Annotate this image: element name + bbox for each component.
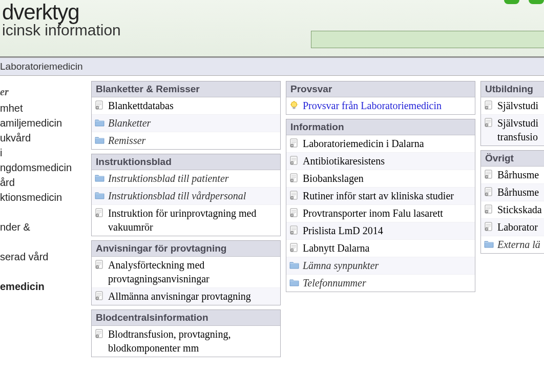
list-item-label: Instruktionsblad till patienter bbox=[108, 172, 229, 185]
list-item-label: Externa lä bbox=[497, 238, 540, 252]
list-item-label: Allmänna anvisningar provtagning bbox=[108, 290, 251, 303]
sidebar-item bbox=[0, 235, 90, 250]
breadcrumb: Laboratoriemedicin bbox=[0, 57, 544, 76]
panel-header: Övrigt bbox=[481, 151, 544, 167]
list-item[interactable]: Laboratoriemedicin i Dalarna bbox=[286, 135, 475, 153]
panel-body: Blodtransfusion, provtagning, blodkompon… bbox=[92, 326, 280, 357]
panel-body: BårhusmeBårhusmeStickskadaLaboratorExter… bbox=[481, 167, 544, 253]
doc-icon bbox=[95, 100, 105, 110]
sidebar-item[interactable]: nder & bbox=[0, 220, 90, 235]
list-item-label: Prislista LmD 2014 bbox=[303, 224, 383, 238]
list-item-label: Telefonnummer bbox=[303, 276, 366, 290]
main-columns: Blanketter & RemisserBlankettdatabasBlan… bbox=[91, 81, 544, 361]
doc-icon bbox=[289, 138, 300, 148]
doc-icon bbox=[289, 208, 300, 217]
search-input[interactable] bbox=[311, 31, 544, 48]
panel-body: SjälvstudiSjälvstudi transfusio bbox=[481, 97, 544, 146]
list-item-label: Biobankslagen bbox=[303, 172, 364, 185]
list-item[interactable]: Stickskada bbox=[481, 201, 544, 219]
panel: BlodcentralsinformationBlodtransfusion, … bbox=[91, 310, 281, 357]
panel-header: Instruktionsblad bbox=[92, 154, 280, 170]
list-item[interactable]: Antibiotikaresistens bbox=[286, 153, 475, 170]
panel-header: Blodcentralsinformation bbox=[92, 310, 280, 326]
list-item-label: Lämna synpunkter bbox=[303, 259, 379, 273]
doc-icon bbox=[95, 291, 105, 300]
panel: ProvsvarProvsvar från Laboratoriemedicin bbox=[286, 81, 475, 115]
panel: Anvisningar för provtagningAnalysförteck… bbox=[91, 240, 281, 305]
bulb-icon bbox=[289, 100, 300, 110]
panel-header: Information bbox=[286, 119, 475, 135]
list-item[interactable]: Lämna synpunkter bbox=[286, 257, 475, 275]
list-item[interactable]: Remisser bbox=[92, 132, 280, 149]
list-item[interactable]: Bårhusme bbox=[481, 184, 544, 201]
sidebar-item[interactable]: i bbox=[0, 146, 90, 160]
panel: UtbildningSjälvstudiSjälvstudi transfusi… bbox=[480, 81, 544, 146]
column-3: UtbildningSjälvstudiSjälvstudi transfusi… bbox=[480, 81, 544, 361]
list-item[interactable]: Provtransporter inom Falu lasarett bbox=[286, 205, 475, 222]
sidebar-item[interactable]: serad vård bbox=[0, 250, 90, 264]
sidebar-item[interactable]: amiljemedicin bbox=[0, 116, 90, 131]
list-item[interactable]: Självstudi bbox=[481, 97, 544, 115]
panel: InstruktionsbladInstruktionsblad till pa… bbox=[91, 154, 281, 236]
list-item-label: Blankettdatabas bbox=[108, 99, 174, 113]
panel-body: Laboratoriemedicin i DalarnaAntibiotikar… bbox=[286, 135, 475, 292]
list-item[interactable]: Analysförteckning med provtagningsanvisn… bbox=[92, 257, 280, 288]
list-item[interactable]: Telefonnummer bbox=[286, 275, 475, 292]
folder-icon bbox=[95, 173, 105, 182]
list-item[interactable]: Allmänna anvisningar provtagning bbox=[92, 288, 280, 305]
list-item[interactable]: Självstudi transfusio bbox=[481, 115, 544, 146]
list-item[interactable]: Instruktion för urinprovtagning med vaku… bbox=[92, 205, 280, 236]
header-button-2[interactable] bbox=[504, 0, 519, 4]
panel-body: Provsvar från Laboratoriemedicin bbox=[286, 97, 475, 114]
list-item[interactable]: Blanketter bbox=[92, 115, 280, 132]
folder-icon bbox=[95, 118, 105, 127]
sidebar-item[interactable]: mhet bbox=[0, 101, 90, 116]
list-item[interactable]: Instruktionsblad till patienter bbox=[92, 170, 280, 188]
panel: Blanketter & RemisserBlankettdatabasBlan… bbox=[91, 81, 281, 150]
list-item[interactable]: Externa lä bbox=[481, 236, 544, 253]
list-item-label: Bårhusme bbox=[497, 185, 539, 199]
panel: ÖvrigtBårhusmeBårhusmeStickskadaLaborato… bbox=[480, 150, 544, 254]
header-button-1[interactable] bbox=[529, 0, 544, 4]
sidebar-item[interactable]: ngdomsmedicin bbox=[0, 160, 90, 175]
doc-icon bbox=[484, 187, 494, 196]
sidebar-item[interactable]: ård bbox=[0, 175, 90, 190]
list-item-label: Rutiner inför start av kliniska studier bbox=[303, 189, 454, 203]
sidebar-item[interactable]: emedicin bbox=[0, 279, 90, 294]
list-item-label: Antibiotikaresistens bbox=[303, 154, 385, 168]
list-item[interactable]: Prislista LmD 2014 bbox=[286, 222, 475, 240]
doc-icon bbox=[95, 208, 105, 217]
list-item[interactable]: Provsvar från Laboratoriemedicin bbox=[286, 97, 475, 114]
sidebar-item[interactable]: ktionsmedicin bbox=[0, 190, 90, 205]
list-item-label: Labnytt Dalarna bbox=[303, 241, 370, 255]
doc-icon bbox=[484, 170, 494, 179]
list-item[interactable]: Bårhusme bbox=[481, 167, 544, 184]
doc-icon bbox=[484, 118, 494, 127]
sidebar: er mhetamiljemedicinukvårdingdomsmedicin… bbox=[0, 81, 91, 361]
doc-icon bbox=[289, 243, 300, 252]
list-item[interactable]: Blankettdatabas bbox=[92, 97, 280, 115]
panel-body: Analysförteckning med provtagningsanvisn… bbox=[92, 257, 280, 305]
list-item[interactable]: Blodtransfusion, provtagning, blodkompon… bbox=[92, 326, 280, 357]
list-item[interactable]: Rutiner inför start av kliniska studier bbox=[286, 188, 475, 205]
list-item-label: Provtransporter inom Falu lasarett bbox=[303, 207, 443, 220]
breadcrumb-current: Laboratoriemedicin bbox=[0, 61, 83, 72]
doc-icon bbox=[95, 260, 105, 269]
list-item[interactable]: Labnytt Dalarna bbox=[286, 240, 475, 257]
panel-header: Anvisningar för provtagning bbox=[92, 241, 280, 257]
doc-icon bbox=[95, 329, 105, 338]
list-item[interactable]: Laborator bbox=[481, 219, 544, 236]
list-item-label: Självstudi bbox=[497, 99, 538, 113]
list-item-label: Analysförteckning med provtagningsanvisn… bbox=[108, 258, 277, 286]
sidebar-heading: er bbox=[0, 86, 90, 98]
folder-icon bbox=[289, 278, 300, 287]
list-item[interactable]: Instruktionsblad till vårdpersonal bbox=[92, 188, 280, 205]
doc-icon bbox=[289, 173, 300, 182]
list-item-label: Stickskada bbox=[497, 203, 542, 217]
list-item[interactable]: Biobankslagen bbox=[286, 170, 475, 188]
list-item-label: Provsvar från Laboratoriemedicin bbox=[303, 99, 442, 113]
panel-header: Blanketter & Remisser bbox=[92, 81, 280, 97]
doc-icon bbox=[289, 191, 300, 200]
sidebar-item bbox=[0, 205, 90, 220]
sidebar-item[interactable]: ukvård bbox=[0, 131, 90, 146]
